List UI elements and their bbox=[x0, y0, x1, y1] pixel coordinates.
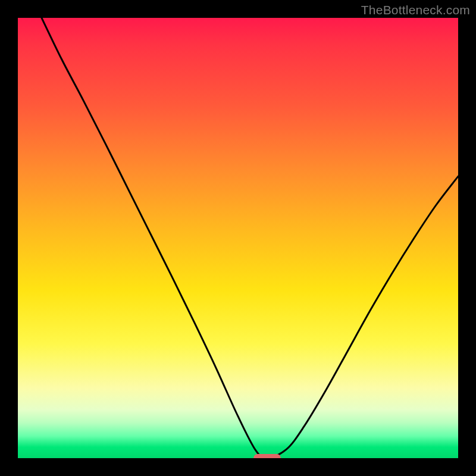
bottleneck-curve bbox=[42, 18, 458, 458]
curve-svg bbox=[18, 18, 458, 458]
minimum-marker bbox=[253, 454, 281, 458]
plot-area bbox=[18, 18, 458, 458]
chart-frame: TheBottleneck.com bbox=[0, 0, 476, 476]
watermark-text: TheBottleneck.com bbox=[361, 3, 470, 17]
